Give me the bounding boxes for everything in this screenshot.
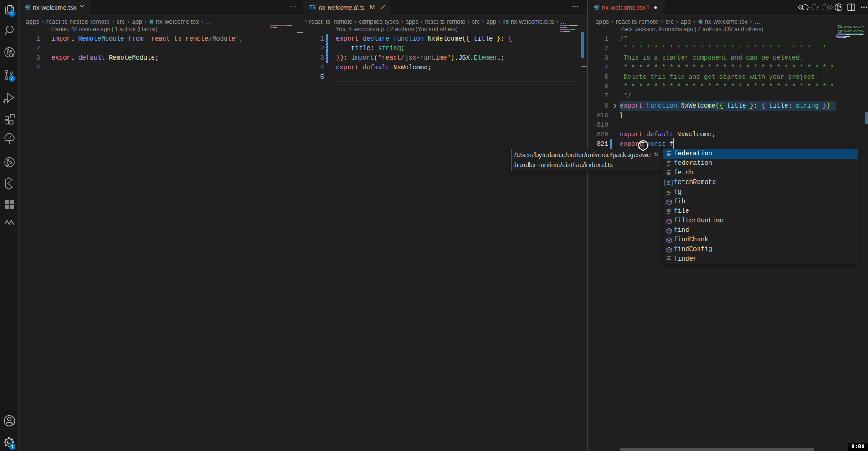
svg-text:1: 1 <box>11 444 14 449</box>
svg-text:1: 1 <box>10 11 13 16</box>
svg-text:7: 7 <box>10 76 13 81</box>
